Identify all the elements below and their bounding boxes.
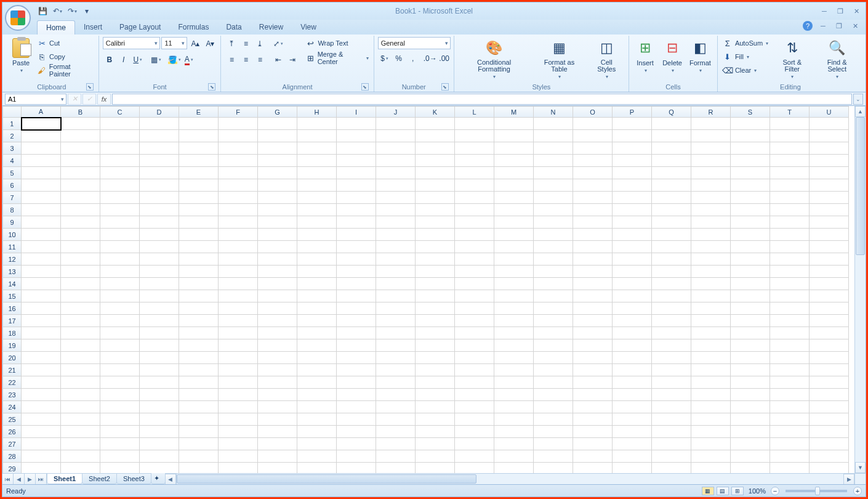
cell-T24[interactable] [770, 401, 810, 413]
cell-J5[interactable] [376, 167, 416, 179]
cell-N1[interactable] [534, 118, 573, 130]
cell-J27[interactable] [376, 438, 416, 450]
cell-E20[interactable] [179, 352, 219, 364]
cell-G2[interactable] [258, 130, 297, 142]
cell-H26[interactable] [297, 426, 337, 438]
cell-T9[interactable] [770, 216, 810, 229]
row-header-7[interactable]: 7 [3, 192, 22, 204]
row-header-14[interactable]: 14 [3, 278, 22, 290]
cell-B2[interactable] [61, 130, 100, 142]
cell-P5[interactable] [613, 167, 652, 179]
cell-H16[interactable] [297, 302, 337, 315]
alignment-launcher[interactable]: ⬊ [361, 83, 369, 91]
cell-M12[interactable] [494, 253, 534, 266]
cell-R24[interactable] [691, 401, 731, 413]
cell-S12[interactable] [731, 253, 770, 266]
cell-Q10[interactable] [652, 229, 691, 241]
cell-B12[interactable] [61, 253, 100, 266]
cell-B24[interactable] [61, 401, 100, 413]
cell-I10[interactable] [337, 229, 376, 241]
row-header-22[interactable]: 22 [3, 376, 22, 389]
cell-Q3[interactable] [652, 142, 691, 155]
cell-R11[interactable] [691, 241, 731, 253]
cell-E8[interactable] [179, 204, 219, 216]
cell-F10[interactable] [219, 229, 258, 241]
cell-I28[interactable] [337, 450, 376, 463]
cell-B6[interactable] [61, 179, 100, 192]
insert-cells-button[interactable]: ⊞Insert▾ [633, 37, 657, 75]
cell-K28[interactable] [416, 450, 455, 463]
cell-B25[interactable] [61, 413, 100, 426]
cell-N27[interactable] [534, 438, 573, 450]
cell-F12[interactable] [219, 253, 258, 266]
cell-U14[interactable] [810, 278, 849, 290]
cell-F15[interactable] [219, 290, 258, 302]
cell-I8[interactable] [337, 204, 376, 216]
decrease-font-button[interactable]: A▾ [203, 37, 217, 51]
cell-I23[interactable] [337, 389, 376, 401]
cell-C15[interactable] [100, 290, 140, 302]
cell-A22[interactable] [22, 376, 61, 389]
cell-U22[interactable] [810, 376, 849, 389]
cell-F13[interactable] [219, 266, 258, 278]
scroll-up-button[interactable]: ▲ [855, 106, 866, 117]
cell-H1[interactable] [297, 118, 337, 130]
cell-C20[interactable] [100, 352, 140, 364]
cell-C24[interactable] [100, 401, 140, 413]
cell-I4[interactable] [337, 155, 376, 167]
cell-N26[interactable] [534, 426, 573, 438]
cell-H7[interactable] [297, 192, 337, 204]
wrap-text-button[interactable]: ↩Wrap Text [304, 37, 369, 49]
cell-T4[interactable] [770, 155, 810, 167]
cell-F16[interactable] [219, 302, 258, 315]
cell-R19[interactable] [691, 339, 731, 352]
cell-T13[interactable] [770, 266, 810, 278]
cell-D23[interactable] [140, 389, 179, 401]
cell-L26[interactable] [455, 426, 494, 438]
cell-H19[interactable] [297, 339, 337, 352]
cell-L6[interactable] [455, 179, 494, 192]
cell-J4[interactable] [376, 155, 416, 167]
cell-O16[interactable] [573, 302, 613, 315]
doc-close-button[interactable]: ✕ [850, 22, 861, 30]
cell-I3[interactable] [337, 142, 376, 155]
minimize-button[interactable]: ─ [819, 7, 830, 15]
cell-T11[interactable] [770, 241, 810, 253]
cell-I15[interactable] [337, 290, 376, 302]
cell-E3[interactable] [179, 142, 219, 155]
cell-T15[interactable] [770, 290, 810, 302]
cell-K27[interactable] [416, 438, 455, 450]
cell-D7[interactable] [140, 192, 179, 204]
vscroll-track[interactable] [855, 117, 866, 462]
cell-U10[interactable] [810, 229, 849, 241]
row-header-18[interactable]: 18 [3, 327, 22, 339]
cell-S27[interactable] [731, 438, 770, 450]
row-header-5[interactable]: 5 [3, 167, 22, 179]
cell-C27[interactable] [100, 438, 140, 450]
cell-O2[interactable] [573, 130, 613, 142]
cell-D22[interactable] [140, 376, 179, 389]
cell-L2[interactable] [455, 130, 494, 142]
cell-D2[interactable] [140, 130, 179, 142]
cell-K1[interactable] [416, 118, 455, 130]
cell-J2[interactable] [376, 130, 416, 142]
cell-T19[interactable] [770, 339, 810, 352]
cell-A8[interactable] [22, 204, 61, 216]
cell-D21[interactable] [140, 364, 179, 376]
border-button[interactable]: ▦ [150, 53, 163, 67]
cell-M22[interactable] [494, 376, 534, 389]
cell-O29[interactable] [573, 463, 613, 474]
cell-C28[interactable] [100, 450, 140, 463]
col-header-T[interactable]: T [770, 107, 810, 118]
row-header-3[interactable]: 3 [3, 142, 22, 155]
cell-D16[interactable] [140, 302, 179, 315]
cell-Q9[interactable] [652, 216, 691, 229]
cell-J29[interactable] [376, 463, 416, 474]
cell-B26[interactable] [61, 426, 100, 438]
cell-R29[interactable] [691, 463, 731, 474]
cell-T6[interactable] [770, 179, 810, 192]
cell-E16[interactable] [179, 302, 219, 315]
cell-M24[interactable] [494, 401, 534, 413]
cell-M14[interactable] [494, 278, 534, 290]
clear-button[interactable]: ⌫Clear▾ [721, 64, 770, 76]
